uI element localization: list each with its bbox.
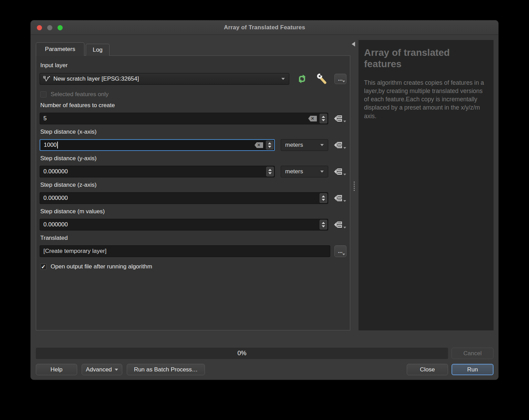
help-button[interactable]: Help [36, 364, 77, 375]
chevron-down-icon [343, 121, 346, 122]
spin-up-icon[interactable] [322, 195, 325, 197]
close-button[interactable] [37, 25, 42, 30]
iterate-loop-icon [296, 73, 308, 84]
translated-output-value: [Create temporary layer] [43, 248, 106, 255]
step-x-data-defined-button[interactable] [334, 139, 346, 151]
data-defined-override-icon [334, 141, 343, 149]
chevron-down-icon [343, 147, 346, 149]
advanced-options-button[interactable] [315, 73, 329, 85]
text-cursor [57, 142, 58, 148]
step-m-stepper[interactable] [320, 220, 327, 229]
num-features-label: Number of features to create [40, 102, 346, 109]
translated-browse-button[interactable]: … [334, 245, 346, 257]
step-z-data-defined-button[interactable] [334, 192, 346, 204]
run-as-batch-button[interactable]: Run as Batch Process… [127, 364, 205, 375]
translated-label: Translated [40, 235, 346, 242]
data-defined-override-icon [334, 221, 343, 229]
help-panel: Array of translated features This algori… [359, 40, 494, 330]
num-features-stepper[interactable] [320, 114, 327, 123]
data-defined-override-icon [334, 114, 343, 123]
step-y-label: Step distance (y-axis) [40, 155, 346, 162]
chevron-down-icon [115, 369, 118, 371]
step-m-label: Step distance (m values) [40, 208, 346, 215]
spin-down-icon[interactable] [268, 146, 271, 148]
vector-line-layer-icon [43, 75, 50, 83]
splitter-handle[interactable] [354, 182, 355, 191]
progress-bar: 0% [36, 348, 448, 359]
clear-value-icon[interactable]: ✕ [255, 142, 263, 148]
chevron-down-icon [342, 81, 345, 82]
window-title: Array of Translated Features [224, 24, 305, 31]
input-layer-label: Input layer [40, 62, 346, 69]
advanced-button[interactable]: Advanced [82, 364, 122, 375]
tab-log[interactable]: Log [86, 44, 110, 56]
title-bar[interactable]: Array of Translated Features [31, 20, 498, 35]
open-output-checkbox[interactable]: ✓ [40, 264, 46, 270]
step-z-value: 0.000000 [40, 195, 320, 202]
step-y-spinbox[interactable]: 0.000000 [40, 166, 275, 177]
help-description: This algorithm creates copies of feature… [364, 79, 487, 120]
step-z-label: Step distance (z-axis) [40, 182, 346, 188]
chevron-down-icon [281, 78, 285, 80]
wrench-icon [315, 73, 328, 85]
zoom-button[interactable] [58, 25, 63, 30]
iterate-over-layer-button[interactable] [295, 73, 309, 85]
chevron-down-icon [343, 227, 346, 228]
chevron-down-icon [320, 171, 324, 173]
step-y-stepper[interactable] [266, 167, 274, 176]
clear-value-icon[interactable]: ✕ [308, 116, 317, 122]
spin-up-icon[interactable] [268, 142, 271, 144]
spin-down-icon[interactable] [268, 172, 272, 174]
num-features-data-defined-button[interactable] [334, 113, 346, 124]
step-x-stepper[interactable] [266, 141, 273, 150]
input-layer-browse-button[interactable]: … [334, 74, 346, 84]
open-output-label: Open output file after running algorithm [51, 263, 152, 270]
tab-log-label: Log [93, 47, 102, 53]
step-x-unit-combobox[interactable]: meters [281, 139, 328, 151]
step-z-spinbox[interactable]: 0.000000 [40, 192, 328, 204]
step-x-unit-value: meters [285, 142, 303, 148]
ellipsis-icon: … [338, 248, 343, 254]
spin-up-icon[interactable] [322, 116, 325, 118]
data-defined-override-icon [334, 167, 343, 176]
cancel-button: Cancel [452, 348, 494, 359]
spin-up-icon[interactable] [268, 169, 272, 171]
step-y-unit-value: meters [285, 168, 303, 175]
check-icon: ✓ [41, 264, 45, 270]
selected-features-label: Selected features only [51, 91, 108, 98]
parameters-panel: Input layer New scratch layer [EPSG:3265… [36, 55, 350, 330]
spin-down-icon[interactable] [322, 225, 325, 227]
step-y-value: 0.000000 [40, 168, 266, 175]
step-x-spinbox[interactable]: 1000 ✕ [40, 139, 275, 151]
data-defined-override-icon [334, 194, 343, 202]
selected-features-checkbox [40, 91, 46, 98]
chevron-down-icon [343, 174, 346, 175]
spin-up-icon[interactable] [322, 222, 325, 224]
help-title: Array of translated features [364, 47, 487, 70]
step-m-data-defined-button[interactable] [334, 219, 346, 231]
step-m-value: 0.000000 [40, 221, 320, 228]
spin-down-icon[interactable] [322, 119, 325, 121]
step-m-spinbox[interactable]: 0.000000 [40, 219, 328, 231]
tab-parameters-label: Parameters [45, 46, 75, 53]
step-x-label: Step distance (x-axis) [40, 129, 346, 135]
step-y-data-defined-button[interactable] [334, 166, 346, 177]
progress-value: 0% [237, 350, 246, 357]
step-z-stepper[interactable] [320, 193, 327, 203]
chevron-down-icon [343, 200, 346, 202]
spin-down-icon[interactable] [322, 199, 325, 201]
translated-output-field[interactable]: [Create temporary layer] [40, 245, 330, 257]
step-x-value: 1000 [40, 142, 255, 148]
chevron-down-icon [320, 144, 324, 146]
tab-parameters[interactable]: Parameters [36, 42, 84, 56]
step-y-unit-combobox[interactable]: meters [281, 166, 328, 177]
run-button[interactable]: Run [452, 364, 494, 375]
num-features-spinbox[interactable]: 5 ✕ [40, 113, 328, 124]
input-layer-value: New scratch layer [EPSG:32654] [53, 75, 139, 82]
traffic-lights [37, 20, 63, 35]
close-button-footer[interactable]: Close [407, 364, 448, 375]
collapse-panel-icon[interactable] [352, 42, 355, 47]
minimize-button[interactable] [47, 25, 52, 30]
input-layer-combobox[interactable]: New scratch layer [EPSG:32654] [40, 73, 289, 85]
num-features-value: 5 [40, 115, 308, 122]
